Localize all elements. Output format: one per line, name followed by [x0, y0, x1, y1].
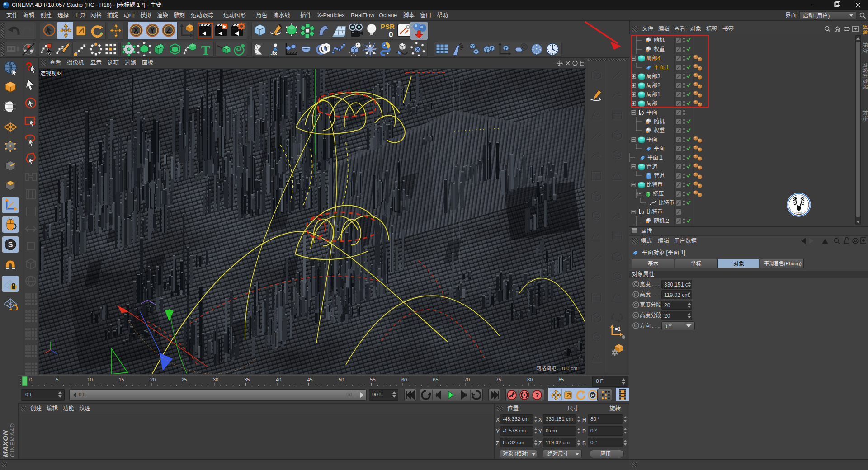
svg-text:平面.1: 平面.1	[647, 155, 663, 161]
svg-text:?: ?	[535, 391, 539, 399]
svg-text:平面: 平面	[654, 146, 665, 152]
svg-text:0: 0	[389, 30, 393, 39]
svg-text:15: 15	[119, 377, 124, 382]
svg-text:T: T	[201, 42, 210, 56]
svg-text:随机.2: 随机.2	[654, 217, 669, 224]
svg-text:随机: 随机	[654, 118, 665, 125]
svg-text:50: 50	[339, 377, 344, 382]
svg-text:管道: 管道	[654, 172, 665, 179]
svg-text:Y: Y	[150, 26, 155, 35]
svg-text:0: 0	[642, 111, 644, 116]
svg-text:行走者: 行走者	[795, 212, 802, 215]
svg-text:60: 60	[401, 377, 407, 382]
svg-text:25: 25	[182, 377, 187, 382]
svg-text:90: 90	[590, 377, 590, 382]
svg-text:5: 5	[56, 377, 59, 382]
svg-text:40: 40	[276, 377, 281, 382]
svg-text:45: 45	[307, 377, 313, 382]
svg-text:0: 0	[29, 377, 32, 382]
svg-text:S: S	[8, 241, 13, 249]
svg-text:20: 20	[150, 377, 156, 382]
svg-text:=1: =1	[615, 326, 621, 332]
svg-text:55: 55	[370, 377, 376, 382]
svg-text:80: 80	[527, 377, 533, 382]
svg-text:75: 75	[496, 377, 501, 382]
svg-text:.fx: .fx	[270, 50, 278, 56]
svg-text:比特币: 比特币	[658, 199, 675, 206]
svg-text:70: 70	[464, 377, 470, 382]
svg-text:X: X	[133, 26, 139, 35]
svg-text:挤压: 挤压	[653, 190, 664, 197]
svg-text:65: 65	[433, 377, 439, 382]
svg-text:平面: 平面	[646, 109, 657, 116]
svg-text:P: P	[591, 393, 594, 398]
svg-text:权重: 权重	[654, 127, 665, 134]
svg-text:比特币: 比特币	[646, 181, 663, 188]
svg-text:PSR: PSR	[381, 23, 395, 30]
svg-text:35: 35	[245, 377, 250, 382]
svg-text:Z: Z	[166, 26, 171, 35]
svg-text:比特币: 比特币	[646, 208, 663, 215]
svg-text:管道: 管道	[646, 163, 657, 170]
svg-text:10: 10	[87, 377, 93, 382]
svg-text:85: 85	[559, 377, 564, 382]
svg-text:0: 0	[642, 210, 644, 215]
svg-text:平面: 平面	[646, 136, 657, 143]
svg-text:30: 30	[213, 377, 218, 382]
